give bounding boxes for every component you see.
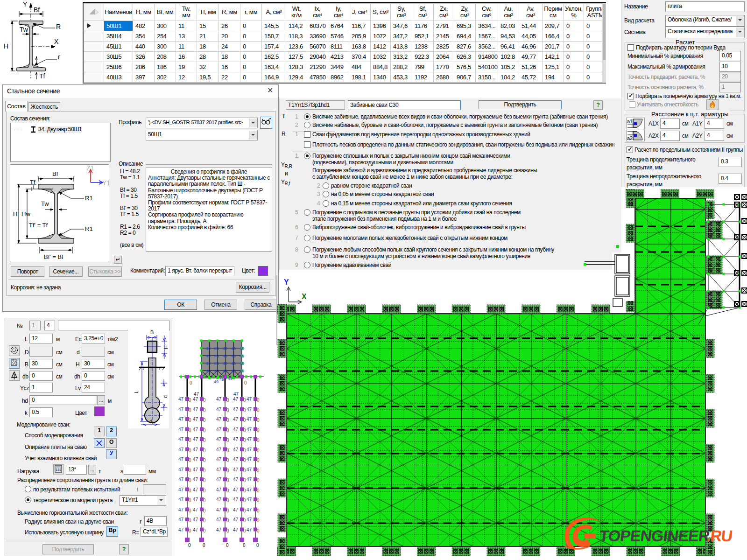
svg-text:0: 0 <box>257 398 260 403</box>
svg-text:0: 0 <box>203 468 206 473</box>
svg-text:47: 47 <box>216 417 222 422</box>
svg-text:0: 0 <box>189 488 191 493</box>
svg-text:47: 47 <box>216 477 222 482</box>
svg-text:0: 0 <box>189 498 191 503</box>
svg-text:0: 0 <box>243 543 246 548</box>
svg-text:0: 0 <box>243 468 246 473</box>
svg-text:0: 0 <box>203 528 206 533</box>
svg-text:Tw: Tw <box>41 200 49 207</box>
svg-text:Tf: Tf <box>30 179 35 186</box>
svg-text:0: 0 <box>243 408 246 413</box>
svg-text:47: 47 <box>193 427 198 432</box>
svg-text:0: 0 <box>190 380 192 385</box>
svg-text:Tf' = Tf: Tf' = Tf <box>29 222 48 229</box>
svg-text:47: 47 <box>178 437 184 442</box>
svg-text:a2: a2 <box>627 135 633 141</box>
svg-text:0: 0 <box>226 498 229 503</box>
svg-text:47: 47 <box>247 467 252 472</box>
svg-text:0: 0 <box>257 458 260 463</box>
svg-text:0: 0 <box>189 448 191 453</box>
svg-text:49: 49 <box>240 361 244 366</box>
svg-text:Y: Y <box>284 278 289 286</box>
svg-text:0: 0 <box>226 418 229 423</box>
svg-text:0: 0 <box>243 398 246 403</box>
svg-text:49: 49 <box>206 346 211 351</box>
svg-text:0: 0 <box>203 478 206 483</box>
svg-text:H: H <box>4 42 8 50</box>
svg-text:47: 47 <box>247 457 252 462</box>
svg-text:0: 0 <box>257 468 260 473</box>
svg-text:47: 47 <box>178 417 184 422</box>
svg-text:47: 47 <box>178 407 184 412</box>
svg-text:0: 0 <box>189 408 191 413</box>
svg-text:47: 47 <box>216 457 222 462</box>
svg-text:0: 0 <box>257 448 260 453</box>
svg-text:47: 47 <box>193 407 198 412</box>
svg-text:49: 49 <box>206 354 211 358</box>
svg-text:0: 0 <box>243 478 246 483</box>
svg-text:47: 47 <box>178 457 184 462</box>
svg-text:47: 47 <box>216 487 222 492</box>
svg-text:Y1: Y1 <box>102 179 109 187</box>
svg-text:0: 0 <box>257 528 260 533</box>
svg-text:0: 0 <box>243 448 246 453</box>
svg-text:47: 47 <box>233 397 239 402</box>
svg-text:49: 49 <box>206 369 211 373</box>
svg-text:0: 0 <box>203 448 206 453</box>
svg-text:47: 47 <box>247 487 252 492</box>
svg-text:47: 47 <box>247 437 252 442</box>
svg-text:47: 47 <box>247 407 252 412</box>
svg-text:49: 49 <box>214 361 219 366</box>
svg-text:49: 49 <box>223 369 227 373</box>
svg-text:47: 47 <box>193 447 198 452</box>
svg-text:0: 0 <box>226 408 229 413</box>
svg-text:47: 47 <box>233 527 239 532</box>
svg-text:47: 47 <box>233 507 239 512</box>
svg-text:0: 0 <box>189 468 191 473</box>
svg-text:R1: R1 <box>85 225 93 232</box>
svg-text:47: 47 <box>178 487 184 492</box>
svg-text:47: 47 <box>193 527 198 532</box>
svg-text:49: 49 <box>214 379 218 384</box>
svg-text:47: 47 <box>216 527 222 532</box>
svg-text:47: 47 <box>178 447 184 452</box>
svg-text:49: 49 <box>231 346 236 351</box>
svg-text:b: b <box>152 421 155 425</box>
svg-text:B: B <box>150 330 154 335</box>
svg-text:0: 0 <box>257 498 260 503</box>
svg-text:Bf: Bf <box>52 170 58 177</box>
svg-text:47: 47 <box>193 417 198 422</box>
svg-text:0: 0 <box>226 398 229 403</box>
svg-text:L: L <box>134 391 139 393</box>
svg-text:0: 0 <box>203 498 206 503</box>
svg-text:47: 47 <box>233 427 239 432</box>
svg-text:47: 47 <box>216 497 222 502</box>
svg-text:0: 0 <box>203 438 206 443</box>
svg-text:0: 0 <box>226 448 229 453</box>
svg-text:0: 0 <box>189 418 191 423</box>
svg-text:47: 47 <box>178 497 184 502</box>
svg-text:0: 0 <box>203 398 206 403</box>
svg-text:47: 47 <box>247 477 252 482</box>
svg-text:49: 49 <box>214 346 219 351</box>
svg-text:47: 47 <box>178 507 184 512</box>
svg-text:0: 0 <box>257 478 260 483</box>
svg-text:47: 47 <box>178 517 184 522</box>
svg-text:X: X <box>302 293 307 301</box>
svg-text:47: 47 <box>247 527 252 532</box>
svg-text:0: 0 <box>257 428 260 433</box>
svg-text:0: 0 <box>257 488 260 493</box>
svg-text:47: 47 <box>178 527 184 532</box>
svg-text:47: 47 <box>193 397 198 402</box>
svg-text:0: 0 <box>243 498 246 503</box>
svg-text:TOPENGINEER: TOPENGINEER <box>599 527 711 545</box>
svg-text:47: 47 <box>216 447 222 452</box>
svg-text:0: 0 <box>257 518 260 523</box>
svg-text:0: 0 <box>257 438 260 443</box>
svg-text:Tf: Tf <box>39 72 45 80</box>
svg-text:0: 0 <box>243 488 246 493</box>
svg-text:47: 47 <box>178 477 184 482</box>
svg-text:49: 49 <box>231 369 236 373</box>
svg-text:0: 0 <box>226 528 229 533</box>
svg-text:49: 49 <box>214 354 219 358</box>
